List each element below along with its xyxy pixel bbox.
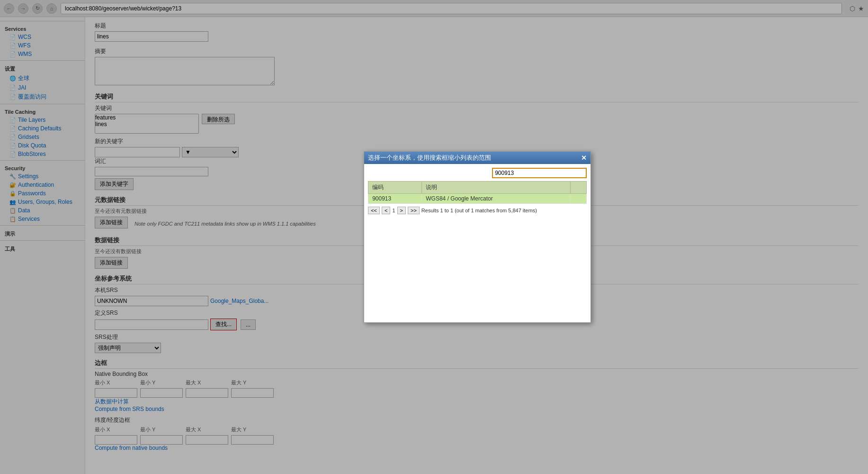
prev-page-btn[interactable]: < bbox=[382, 207, 390, 214]
col-description-header: 说明 bbox=[422, 182, 571, 194]
crs-picker-modal: 选择一个坐标系，使用搜索框缩小列表的范围 ✕ 编码 说明 900913 bbox=[364, 151, 591, 323]
modal-empty-area bbox=[368, 214, 587, 319]
modal-search-input[interactable] bbox=[492, 168, 587, 178]
modal-body: 编码 说明 900913 WGS84 / Google Mercator << … bbox=[364, 164, 591, 322]
modal-pagination: << < 1 > >> Results 1 to 1 (out of 1 mat… bbox=[368, 207, 587, 214]
first-page-btn[interactable]: << bbox=[368, 207, 380, 214]
next-page-btn[interactable]: > bbox=[397, 207, 406, 214]
col-code-header: 编码 bbox=[368, 182, 422, 194]
table-row[interactable]: 900913 WGS84 / Google Mercator bbox=[368, 194, 587, 204]
results-text: Results 1 to 1 (out of 1 matches from 5,… bbox=[421, 208, 537, 213]
current-page: 1 bbox=[392, 208, 395, 213]
col-extra-header bbox=[571, 182, 587, 194]
modal-search-row bbox=[368, 168, 587, 178]
modal-overlay: 选择一个坐标系，使用搜索框缩小列表的范围 ✕ 编码 说明 900913 bbox=[0, 0, 868, 474]
modal-close-btn[interactable]: ✕ bbox=[581, 154, 587, 162]
table-header-row: 编码 说明 bbox=[368, 182, 587, 194]
modal-title: 选择一个坐标系，使用搜索框缩小列表的范围 bbox=[368, 154, 491, 162]
crs-table: 编码 说明 900913 WGS84 / Google Mercator bbox=[368, 181, 587, 204]
row-description: WGS84 / Google Mercator bbox=[422, 194, 571, 204]
row-code: 900913 bbox=[368, 194, 422, 204]
modal-titlebar: 选择一个坐标系，使用搜索框缩小列表的范围 ✕ bbox=[364, 152, 591, 164]
last-page-btn[interactable]: >> bbox=[408, 207, 420, 214]
row-extra bbox=[571, 194, 587, 204]
